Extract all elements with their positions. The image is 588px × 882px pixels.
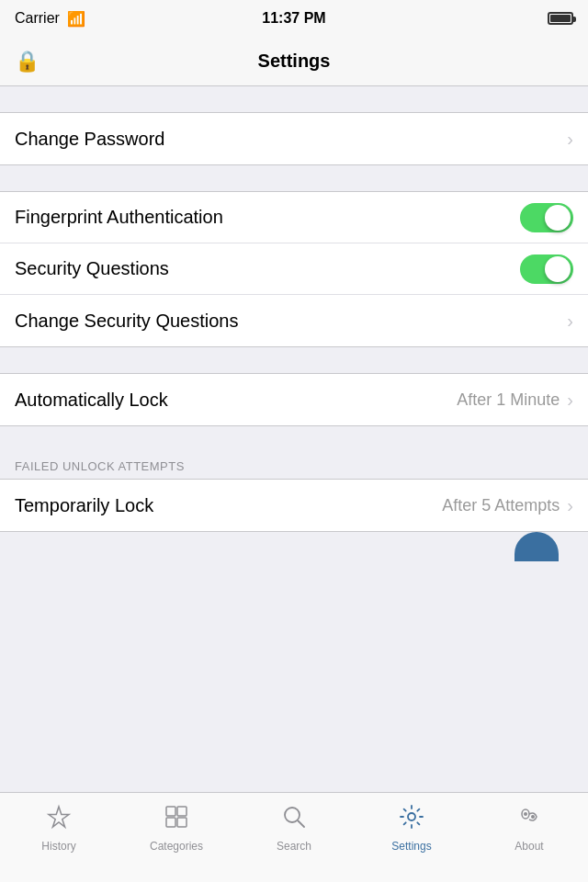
history-icon xyxy=(46,804,72,836)
section-auth: Fingerprint Authentication Security Ques… xyxy=(0,165,588,347)
status-carrier: Carrier 📶 xyxy=(15,10,85,28)
wifi-icon: 📶 xyxy=(67,10,85,28)
nav-bar: 🔒 Settings xyxy=(0,37,588,86)
fingerprint-toggle[interactable] xyxy=(520,203,573,232)
history-label: History xyxy=(41,840,75,853)
fingerprint-auth-label: Fingerprint Authentication xyxy=(15,207,223,228)
chevron-icon-2: › xyxy=(567,311,573,332)
tab-search[interactable]: Search xyxy=(235,800,353,853)
failed-attempts-header: FAILED UNLOCK ATTEMPTS xyxy=(0,452,588,479)
svg-line-5 xyxy=(299,821,305,828)
toggle-thumb xyxy=(545,205,571,231)
page-title: Settings xyxy=(258,51,331,72)
categories-icon xyxy=(164,804,189,836)
tab-bar: History Categories Search xyxy=(0,792,588,882)
chevron-icon: › xyxy=(567,129,573,150)
svg-point-4 xyxy=(285,808,300,822)
change-password-item[interactable]: Change Password › xyxy=(0,113,588,164)
svg-point-6 xyxy=(408,813,415,820)
list-group-lock: Automatically Lock After 1 Minute › xyxy=(0,373,588,426)
list-group-security: Change Password › xyxy=(0,112,588,165)
about-label: About xyxy=(514,840,543,853)
svg-rect-3 xyxy=(177,818,187,827)
temp-lock-label: Temporarily Lock xyxy=(15,495,153,516)
svg-point-8 xyxy=(524,812,527,816)
about-icon xyxy=(516,804,542,836)
partial-area xyxy=(0,532,588,561)
battery-icon xyxy=(548,12,573,25)
tab-about[interactable]: About xyxy=(470,800,588,853)
settings-label: Settings xyxy=(391,840,431,853)
change-security-questions-label: Change Security Questions xyxy=(15,311,238,332)
carrier-label: Carrier xyxy=(15,10,60,27)
settings-icon xyxy=(399,804,424,836)
change-password-label: Change Password xyxy=(15,129,164,150)
section-security: Change Password › xyxy=(0,86,588,165)
svg-rect-0 xyxy=(166,807,175,816)
search-icon xyxy=(281,804,307,836)
section-lock: Automatically Lock After 1 Minute › xyxy=(0,347,588,426)
search-label: Search xyxy=(277,840,311,853)
change-security-questions-item[interactable]: Change Security Questions › xyxy=(0,295,588,346)
auto-lock-item[interactable]: Automatically Lock After 1 Minute › xyxy=(0,374,588,425)
toggle-thumb-2 xyxy=(545,256,571,282)
tab-settings[interactable]: Settings xyxy=(353,800,470,853)
list-group-failed-attempts: Temporarily Lock After 5 Attempts › xyxy=(0,479,588,532)
svg-rect-1 xyxy=(177,807,187,816)
partial-button-circle xyxy=(514,532,559,561)
temp-lock-value: After 5 Attempts xyxy=(442,496,560,515)
status-bar: Carrier 📶 11:37 PM xyxy=(0,0,588,37)
tab-categories[interactable]: Categories xyxy=(118,800,235,853)
list-group-auth: Fingerprint Authentication Security Ques… xyxy=(0,191,588,347)
auto-lock-value: After 1 Minute xyxy=(457,390,560,410)
status-time: 11:37 PM xyxy=(262,10,325,27)
security-questions-toggle[interactable] xyxy=(520,254,573,284)
tab-history[interactable]: History xyxy=(0,800,118,853)
temp-lock-item[interactable]: Temporarily Lock After 5 Attempts › xyxy=(0,480,588,531)
chevron-icon-3: › xyxy=(567,390,573,411)
lock-icon: 🔒 xyxy=(15,50,40,74)
fingerprint-auth-item[interactable]: Fingerprint Authentication xyxy=(0,192,588,243)
svg-point-9 xyxy=(531,815,535,819)
chevron-icon-4: › xyxy=(567,495,573,516)
svg-rect-2 xyxy=(166,818,175,827)
settings-content: Change Password › Fingerprint Authentica… xyxy=(0,86,588,792)
security-questions-item[interactable]: Security Questions xyxy=(0,243,588,295)
battery-indicator xyxy=(548,12,573,25)
security-questions-label: Security Questions xyxy=(15,258,169,279)
categories-label: Categories xyxy=(150,840,203,853)
auto-lock-label: Automatically Lock xyxy=(15,390,168,411)
section-failed-attempts: FAILED UNLOCK ATTEMPTS Temporarily Lock … xyxy=(0,426,588,561)
